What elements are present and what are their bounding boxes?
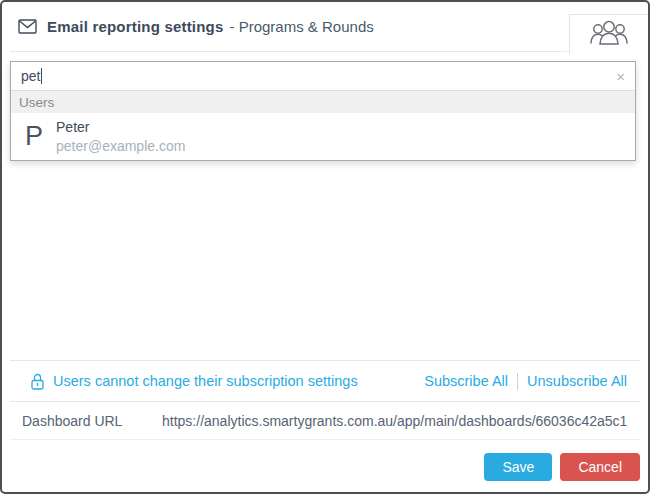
people-group-icon [588, 19, 630, 50]
lock-icon [30, 372, 45, 391]
search-input[interactable]: pet × [11, 62, 635, 90]
subscription-settings-row: Users cannot change their subscription s… [10, 360, 640, 401]
dashboard-url-value: https://analytics.smartygrants.com.au/ap… [162, 413, 627, 429]
header-divider [10, 51, 567, 52]
dropdown-group-label: Users [11, 90, 635, 113]
save-button[interactable]: Save [484, 453, 552, 481]
bulk-links: Subscribe All Unsubscribe All [424, 373, 627, 390]
email-reporting-settings-dialog: Email reporting settings - Programs & Ro… [0, 0, 650, 494]
dialog-footer: Save Cancel [10, 439, 640, 492]
search-input-value: pet [21, 68, 40, 84]
user-email: peter@example.com [56, 137, 185, 155]
dashboard-url-row: Dashboard URL https://analytics.smartygr… [10, 401, 640, 439]
unsubscribe-all-link[interactable]: Unsubscribe All [527, 373, 627, 389]
users-tab-button[interactable] [569, 14, 648, 54]
envelope-icon [18, 19, 37, 34]
dialog-header: Email reporting settings - Programs & Ro… [2, 2, 648, 51]
user-result-item[interactable]: P Peter peter@example.com [11, 113, 635, 160]
dashboard-url-label: Dashboard URL [22, 413, 162, 429]
cancel-button[interactable]: Cancel [560, 453, 640, 481]
subscription-settings-link[interactable]: Users cannot change their subscription s… [53, 373, 358, 389]
user-search-dropdown: pet × Users P Peter peter@example.com [10, 61, 636, 161]
link-separator [517, 373, 518, 390]
subscribe-all-link[interactable]: Subscribe All [424, 373, 508, 389]
avatar: P [25, 123, 43, 150]
dialog-subtitle: - Programs & Rounds [230, 18, 374, 35]
text-cursor [41, 68, 42, 84]
dialog-title: Email reporting settings [47, 18, 224, 35]
clear-search-icon[interactable]: × [616, 69, 625, 84]
user-name: Peter [56, 118, 185, 136]
user-info: Peter peter@example.com [56, 118, 185, 154]
